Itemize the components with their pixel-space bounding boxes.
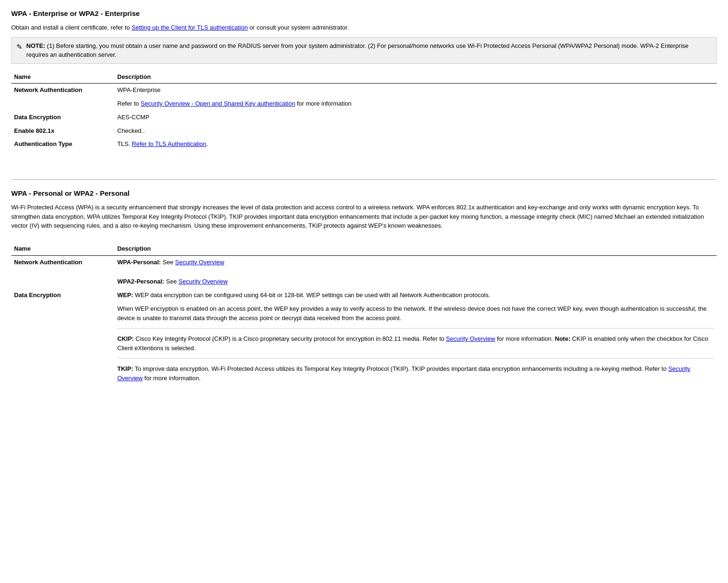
sub-divider2 [117, 358, 714, 359]
table-row: Enable 802.1x Checked.. [11, 124, 717, 138]
wep-detail: When WEP encryption is enabled on an acc… [117, 304, 714, 322]
wpa-personal-link[interactable]: Security Overview [175, 259, 224, 266]
row-name: Network Authentication [11, 84, 114, 97]
row-name: Network Authentication [11, 255, 114, 289]
row-desc: WPA-Enterprise [114, 84, 717, 97]
section1-table: Name Description Network Authentication … [11, 70, 717, 152]
section2-intro: Wi-Fi Protected Access (WPA) is a securi… [11, 203, 717, 230]
wpa2-personal-link[interactable]: Security Overview [179, 278, 228, 285]
row-name: Data Encryption [11, 111, 114, 124]
col2-header: Description [114, 70, 717, 84]
table-row: Authentication Type TLS. Refer to TLS Au… [11, 138, 717, 151]
tls-auth-link[interactable]: Refer to TLS Authentication [132, 140, 206, 147]
note-content: NOTE: (1) Before starting, you must obta… [26, 41, 712, 60]
note-icon: ✎ [16, 42, 23, 53]
row-desc: TLS. Refer to TLS Authentication. [114, 138, 717, 151]
ckip-entry: CKIP: Cisco Key Integrity Protocol (CKIP… [117, 334, 714, 353]
security-overview-link[interactable]: Security Overview - Open and Shared Key … [141, 100, 296, 107]
row-name: Authentication Type [11, 138, 114, 151]
table2-header-row: Name Description [11, 242, 717, 255]
section-divider [11, 179, 717, 180]
tkip-security-link[interactable]: Security Overview [117, 365, 690, 382]
row-name-empty [11, 97, 114, 111]
wep-entry: WEP: WEP data encryption can be configur… [117, 291, 714, 300]
table-row: Data Encryption AES-CCMP [11, 111, 717, 124]
table-row: Refer to Security Overview - Open and Sh… [11, 97, 717, 111]
col2-header: Description [114, 242, 717, 255]
ckip-security-link[interactable]: Security Overview [446, 335, 495, 342]
table-row: Network Authentication WPA-Personal: See… [11, 255, 717, 289]
row-desc: WPA-Personal: See Security Overview WPA2… [114, 255, 717, 289]
row-desc: Checked.. [114, 124, 717, 138]
table-row: Network Authentication WPA-Enterprise [11, 84, 717, 97]
table-header-row: Name Description [11, 70, 717, 84]
tkip-entry: TKIP: To improve data encryption, Wi-Fi … [117, 364, 714, 383]
sub-divider [117, 328, 714, 329]
col1-header: Name [11, 242, 114, 255]
note-box: ✎ NOTE: (1) Before starting, you must ob… [11, 37, 717, 64]
row-name: Enable 802.1x [11, 124, 114, 138]
row-desc: AES-CCMP [114, 111, 717, 124]
row-desc-encryption: WEP: WEP data encryption can be configur… [114, 289, 717, 390]
section1-title: WPA - Enterprise or WPA2 - Enterprise [11, 9, 717, 17]
col1-header: Name [11, 70, 114, 84]
tls-setup-link[interactable]: Setting up the Client for TLS authentica… [132, 24, 248, 31]
section2-title: WPA - Personal or WPA2 - Personal [11, 189, 717, 197]
row-desc-refer: Refer to Security Overview - Open and Sh… [114, 97, 717, 111]
section1-intro: Obtain and install a client certificate,… [11, 23, 717, 32]
table-row: Data Encryption WEP: WEP data encryption… [11, 289, 717, 390]
row-name: Data Encryption [11, 289, 114, 390]
section2-table: Name Description Network Authentication … [11, 242, 717, 390]
